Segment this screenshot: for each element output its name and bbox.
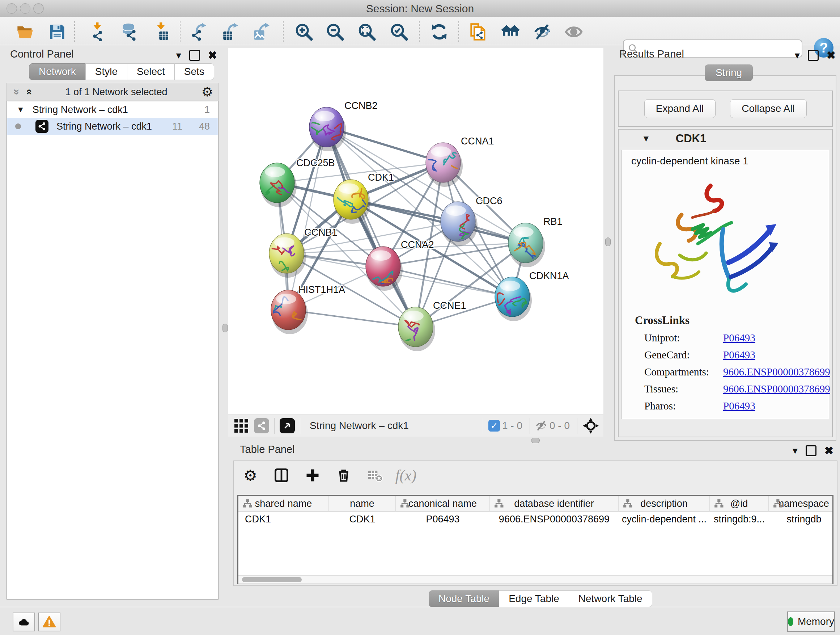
maximize-panel-icon[interactable] [189,50,200,61]
crosslink-value-link[interactable]: P06493 [723,332,755,344]
node-label: CCNA1 [461,136,494,147]
show-graphics-button[interactable] [564,22,584,42]
export-network-button[interactable] [189,22,210,42]
horizontal-scrollbar[interactable] [238,575,832,584]
network-node-cdk1[interactable]: CDK1 [333,172,394,224]
network-edge[interactable] [327,127,416,327]
import-network-database-button[interactable] [118,22,139,42]
import-table-file-button[interactable] [152,22,172,42]
network-row[interactable]: String Network – cdk1 11 48 [7,118,218,135]
warning-status-button[interactable] [38,613,60,631]
column-header-canonical-name[interactable]: canonical name [396,496,490,511]
network-edge[interactable] [288,127,327,310]
network-options-gear-icon[interactable]: ⚙ [202,84,213,100]
tab-node-table[interactable]: Node Table [429,591,499,607]
crosslink-value-link[interactable]: P06493 [723,349,755,361]
network-node-hist1h1a[interactable]: HIST1H1A [262,284,345,334]
tab-sets[interactable]: Sets [174,63,214,80]
expand-all-icon[interactable]: » [22,89,34,95]
memory-button[interactable]: Memory [787,611,835,632]
network-node-ccnb2[interactable]: CCNB2 [309,100,378,151]
hidden-count-icon[interactable] [535,420,547,432]
table-panel: Table Panel ▾ ✖ ⚙ [228,443,840,607]
crosslink-value-link[interactable]: 9606.ENSP00000378699 [723,366,830,378]
crosslinks-title: CrossLinks [635,314,830,327]
right-splitter-handle[interactable] [605,238,611,246]
bottom-splitter-handle[interactable] [531,438,540,443]
column-header-namespace[interactable]: namespace [769,496,834,511]
tab-network-table[interactable]: Network Table [569,591,652,607]
expand-all-button[interactable]: Expand All [644,99,715,118]
selected-count-icon[interactable]: ✓ [488,420,500,432]
column-header-name[interactable]: name [329,496,396,511]
table-cell[interactable]: P06493 [396,511,490,527]
birds-eye-view-icon[interactable] [234,419,248,432]
network-node-cdkn1a[interactable]: CDKN1A [494,271,569,321]
column-header-shared-name[interactable]: shared name [238,496,329,511]
collapse-all-button[interactable]: Collapse All [730,99,807,118]
import-network-file-button[interactable] [88,22,108,42]
gene-collapse-icon[interactable]: ▼ [642,134,651,144]
table-cell[interactable]: stringdb:9... [710,511,769,527]
open-in-window-icon[interactable] [279,418,295,433]
maximize-panel-icon[interactable] [806,445,816,456]
table-cell[interactable]: stringdb [769,511,834,527]
float-panel-icon[interactable]: ▾ [795,49,800,61]
delete-column-icon[interactable] [334,466,353,485]
function-builder-icon: f(x) [396,466,415,485]
tab-edge-table[interactable]: Edge Table [499,591,569,607]
crosslinks-list: Uniprot:P06493GeneCard:P06493Compartment… [635,332,830,412]
column-header-description[interactable]: description [619,496,710,511]
crosslink-value-link[interactable]: P06493 [723,400,755,412]
close-panel-icon[interactable]: ✖ [208,49,217,62]
close-panel-icon[interactable]: ✖ [824,444,834,457]
network-node-cdc6[interactable]: CDC6 [441,195,502,246]
close-panel-icon[interactable]: ✖ [827,49,836,62]
scrollbar-thumb[interactable] [242,577,302,582]
string-home-button[interactable] [500,22,521,42]
network-node-rb1[interactable]: RB1 [508,216,562,267]
export-table-button[interactable] [220,22,240,42]
tab-string[interactable]: String [705,65,753,81]
current-network-name: String Network – cdk1 [309,420,409,432]
crosslink-value-link[interactable]: 9606.ENSP00000378699 [723,383,830,395]
collection-expand-icon[interactable]: ▼ [17,105,25,114]
zoom-fit-button[interactable] [357,22,377,42]
tab-network[interactable]: Network [29,63,86,80]
zoom-out-button[interactable] [325,22,345,42]
string-import-button[interactable] [468,22,488,42]
network-collection-row[interactable]: ▼ String Network – cdk1 1 [7,101,218,118]
gene-card-header[interactable]: ▼ CDK1 [619,130,832,148]
table-cell[interactable]: CDK1 [238,511,329,527]
left-splitter-handle[interactable] [223,324,228,333]
column-header--id[interactable]: @id [710,496,769,511]
table-options-gear-icon[interactable]: ⚙ [241,466,260,485]
show-columns-icon[interactable] [272,466,291,485]
create-column-icon[interactable] [303,466,322,485]
table-cell[interactable]: cyclin-dependent ... [619,511,710,527]
tab-style[interactable]: Style [85,63,127,80]
table-cell[interactable]: 9606.ENSP00000378699 [490,511,619,527]
fit-selected-icon[interactable] [583,417,599,434]
network-share-icon[interactable] [254,418,269,433]
column-header-database-identifier[interactable]: database identifier [490,496,619,511]
open-session-button[interactable] [15,22,35,42]
zoom-in-button[interactable] [294,22,314,42]
collapse-all-icon[interactable]: » [11,89,23,95]
save-session-button[interactable] [47,22,67,42]
table-cell[interactable]: CDK1 [329,511,396,527]
table-toolbar: ⚙ f(x) [241,464,415,486]
hide-unhide-button[interactable] [532,22,553,42]
network-edge-count: 48 [199,121,210,132]
export-image-button[interactable] [252,22,272,42]
table-row[interactable]: CDK1CDK1P064939606.ENSP00000378699cyclin… [238,511,832,527]
cloud-status-button[interactable] [13,613,35,631]
float-panel-icon[interactable]: ▾ [793,445,798,456]
tab-select[interactable]: Select [127,63,175,80]
float-panel-icon[interactable]: ▾ [176,49,181,61]
refresh-view-button[interactable] [429,22,449,42]
maximize-panel-icon[interactable] [808,50,819,61]
network-graph[interactable]: CCNB2CCNA1CDC25BCDK1CDC6RB1CCNB1CCNA2CDK… [228,48,603,415]
network-canvas[interactable]: CCNB2CCNA1CDC25BCDK1CDC6RB1CCNB1CCNA2CDK… [228,48,603,415]
zoom-selected-button[interactable] [389,22,409,42]
